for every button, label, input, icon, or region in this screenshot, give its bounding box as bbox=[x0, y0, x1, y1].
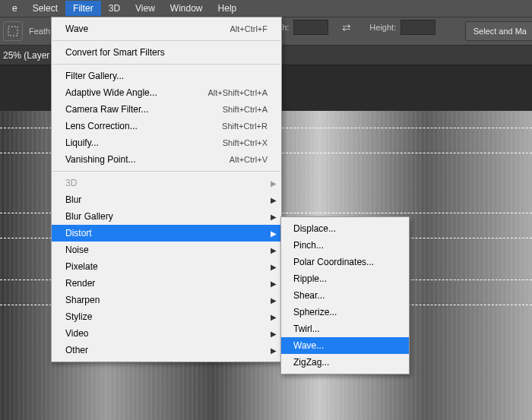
submenu-arrow-icon: ▶ bbox=[271, 296, 277, 305]
menu-item-convert-for-smart-filters[interactable]: Convert for Smart Filters bbox=[52, 44, 281, 61]
menu-item-liquify[interactable]: Liquify...Shift+Ctrl+X bbox=[52, 134, 281, 151]
swap-dimensions-icon[interactable]: ⇄ bbox=[342, 21, 351, 33]
submenu-item-pinch[interactable]: Pinch... bbox=[281, 237, 409, 254]
submenu-arrow-icon: ▶ bbox=[271, 330, 277, 338]
menu-item-render[interactable]: Render▶ bbox=[52, 275, 281, 292]
submenu-item-shear[interactable]: Shear... bbox=[281, 287, 409, 304]
submenu-arrow-icon: ▶ bbox=[271, 263, 277, 271]
submenu-arrow-icon: ▶ bbox=[271, 179, 277, 188]
filter-menu-dropdown: WaveAlt+Ctrl+FConvert for Smart FiltersF… bbox=[51, 17, 282, 362]
submenu-arrow-icon: ▶ bbox=[271, 213, 277, 221]
menu-item-blur[interactable]: Blur▶ bbox=[52, 191, 281, 208]
menu-view[interactable]: View bbox=[128, 1, 163, 16]
submenu-item-ripple[interactable]: Ripple... bbox=[281, 270, 409, 287]
submenu-item-twirl[interactable]: Twirl... bbox=[281, 321, 409, 337]
menu-item-3d: 3D▶ bbox=[52, 175, 281, 191]
menu-item-vanishing-point[interactable]: Vanishing Point...Alt+Ctrl+V bbox=[52, 151, 281, 168]
feather-label: Feath bbox=[29, 27, 50, 36]
menu-item-lens-correction[interactable]: Lens Correction...Shift+Ctrl+R bbox=[52, 118, 281, 134]
menu-item-video[interactable]: Video▶ bbox=[52, 325, 281, 342]
menu-item-other[interactable]: Other▶ bbox=[52, 342, 281, 358]
submenu-arrow-icon: ▶ bbox=[271, 229, 277, 238]
submenu-item-spherize[interactable]: Spherize... bbox=[281, 304, 409, 321]
menu-item-filter-gallery[interactable]: Filter Gallery... bbox=[52, 68, 281, 84]
menu-separator bbox=[52, 40, 280, 41]
height-label: Height: bbox=[369, 23, 396, 32]
submenu-arrow-icon: ▶ bbox=[271, 196, 277, 204]
menu-item-distort[interactable]: Distort▶ bbox=[52, 225, 281, 242]
submenu-item-zigzag[interactable]: ZigZag... bbox=[281, 354, 409, 371]
select-and-mask-button[interactable]: Select and Ma bbox=[465, 21, 532, 41]
document-tab-label: 25% (Layer bbox=[3, 50, 49, 61]
menu-item-camera-raw-filter[interactable]: Camera Raw Filter...Shift+Ctrl+A bbox=[52, 101, 281, 118]
menu-item-adaptive-wide-angle[interactable]: Adaptive Wide Angle...Alt+Shift+Ctrl+A bbox=[52, 84, 281, 101]
menu-item-pixelate[interactable]: Pixelate▶ bbox=[52, 258, 281, 275]
submenu-item-polar-coordinates[interactable]: Polar Coordinates... bbox=[281, 254, 409, 270]
distort-submenu: Displace...Pinch...Polar Coordinates...R… bbox=[280, 216, 410, 374]
submenu-arrow-icon: ▶ bbox=[271, 346, 277, 355]
menu-item-blur-gallery[interactable]: Blur Gallery▶ bbox=[52, 208, 281, 225]
menu-window[interactable]: Window bbox=[163, 1, 211, 16]
submenu-item-displace[interactable]: Displace... bbox=[281, 220, 409, 237]
menu-help[interactable]: Help bbox=[211, 1, 245, 16]
submenu-arrow-icon: ▶ bbox=[271, 313, 277, 321]
menu-bar: eSelectFilter3DViewWindowHelp bbox=[0, 0, 532, 17]
width-input[interactable] bbox=[293, 20, 328, 35]
menu-item-noise[interactable]: Noise▶ bbox=[52, 242, 281, 258]
menu-separator bbox=[52, 64, 280, 65]
menu-item-stylize[interactable]: Stylize▶ bbox=[52, 308, 281, 325]
menu-separator bbox=[52, 171, 280, 172]
menu-e[interactable]: e bbox=[5, 1, 25, 16]
menu-item-sharpen[interactable]: Sharpen▶ bbox=[52, 292, 281, 308]
menu-filter[interactable]: Filter bbox=[65, 1, 101, 16]
submenu-arrow-icon: ▶ bbox=[271, 246, 277, 254]
submenu-arrow-icon: ▶ bbox=[271, 279, 277, 288]
height-input[interactable] bbox=[401, 20, 435, 35]
menu-3d[interactable]: 3D bbox=[101, 1, 128, 16]
svg-rect-0 bbox=[8, 27, 17, 36]
menu-select[interactable]: Select bbox=[25, 1, 65, 16]
menu-item-wave[interactable]: WaveAlt+Ctrl+F bbox=[52, 21, 281, 37]
submenu-item-wave[interactable]: Wave... bbox=[281, 337, 409, 354]
tool-preset-icon[interactable] bbox=[3, 21, 23, 41]
